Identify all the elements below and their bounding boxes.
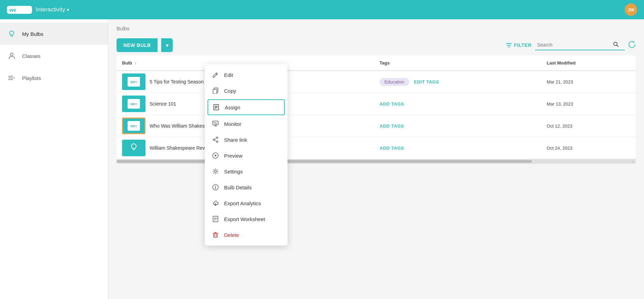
menu-label-assign: Assign bbox=[225, 104, 240, 110]
context-menu: Edit Copy bbox=[205, 64, 288, 246]
search-input[interactable] bbox=[537, 42, 613, 48]
cell-date-4: Oct 24, 2023 bbox=[541, 137, 636, 159]
sidebar-item-playlists[interactable]: Playlists bbox=[0, 67, 108, 89]
avatar[interactable]: JW bbox=[625, 3, 637, 16]
column-tags[interactable]: Tags bbox=[374, 56, 541, 71]
column-last-modified[interactable]: Last Modified bbox=[541, 56, 636, 71]
bulb-icon-4 bbox=[129, 142, 139, 154]
download-cloud-icon bbox=[212, 199, 219, 207]
monitor-icon bbox=[212, 120, 219, 128]
menu-label-bulb-details: Bulb Details bbox=[224, 185, 252, 190]
share-icon bbox=[212, 136, 219, 143]
logo-box: wevideo bbox=[7, 6, 32, 14]
app-name[interactable]: Interactivity ▾ bbox=[36, 6, 69, 13]
refresh-icon bbox=[628, 41, 636, 48]
svg-marker-5 bbox=[14, 77, 15, 79]
topnav-left: wevideo Interactivity ▾ bbox=[7, 6, 69, 14]
column-bulb-label: Bulb bbox=[122, 60, 132, 66]
menu-item-settings[interactable]: Settings bbox=[205, 163, 288, 179]
menu-item-copy[interactable]: Copy bbox=[205, 83, 288, 99]
bulb-title-1: 5 Tips for Testing Season bbox=[150, 79, 204, 84]
table-row: wev 5 Tips for Testing Season Education … bbox=[117, 71, 636, 93]
svg-rect-42 bbox=[214, 233, 217, 237]
menu-label-settings: Settings bbox=[224, 169, 243, 175]
edit-icon bbox=[212, 71, 219, 79]
filter-button[interactable]: FILTER bbox=[506, 42, 532, 48]
sidebar: My Bulbs Classes Playlists bbox=[0, 19, 108, 299]
svg-point-36 bbox=[215, 186, 216, 187]
menu-item-share-link[interactable]: Share link bbox=[205, 132, 288, 148]
menu-label-copy: Copy bbox=[224, 88, 236, 94]
add-tags-button-3[interactable]: ADD TAGS bbox=[380, 123, 404, 129]
svg-line-10 bbox=[617, 45, 618, 47]
horizontal-scrollbar[interactable]: › bbox=[117, 159, 636, 164]
copy-icon bbox=[212, 87, 219, 94]
wv-logo-2: wev bbox=[128, 99, 140, 109]
sort-arrow-bulb: ↑ bbox=[135, 61, 137, 65]
column-last-modified-label: Last Modified bbox=[547, 60, 576, 66]
svg-line-24 bbox=[215, 123, 216, 123]
menu-item-export-analytics[interactable]: Export Analytics bbox=[205, 195, 288, 211]
settings-icon bbox=[212, 168, 219, 175]
app-name-chevron: ▾ bbox=[67, 7, 69, 12]
bulb-title-4: William Shakespeare Review bbox=[150, 145, 212, 151]
menu-item-bulb-details[interactable]: Bulb Details bbox=[205, 179, 288, 195]
new-bulb-button[interactable]: NEW BULB bbox=[117, 38, 158, 52]
sidebar-item-my-bulbs[interactable]: My Bulbs bbox=[0, 23, 108, 45]
main-content: Bulbs NEW BULB ▾ FILTER bbox=[108, 19, 644, 299]
menu-item-preview[interactable]: Preview bbox=[205, 148, 288, 163]
svg-line-30 bbox=[214, 140, 217, 141]
svg-point-26 bbox=[217, 137, 218, 138]
bulb-thumbnail-3: wev bbox=[122, 118, 145, 134]
app-name-label: Interactivity bbox=[36, 6, 65, 13]
logo-we: we bbox=[9, 7, 16, 13]
add-tags-button-2[interactable]: ADD TAGS bbox=[380, 101, 404, 107]
menu-item-monitor[interactable]: Monitor bbox=[205, 116, 288, 132]
top-navigation: wevideo Interactivity ▾ JW bbox=[0, 0, 644, 19]
menu-label-share-link: Share link bbox=[224, 137, 247, 143]
svg-rect-14 bbox=[213, 89, 217, 94]
scroll-thumb bbox=[117, 160, 532, 163]
assign-icon bbox=[212, 103, 220, 111]
edit-tags-button-1[interactable]: EDIT TAGS bbox=[414, 79, 439, 84]
cell-tags-4: ADD TAGS bbox=[374, 137, 541, 159]
sidebar-label-playlists: Playlists bbox=[22, 75, 41, 81]
scroll-right-arrow[interactable]: › bbox=[630, 159, 636, 164]
worksheet-icon bbox=[212, 215, 219, 223]
main-layout: My Bulbs Classes Playlists bbox=[0, 19, 644, 299]
menu-item-export-worksheet[interactable]: Export Worksheet bbox=[205, 211, 288, 227]
toolbar: NEW BULB ▾ FILTER bbox=[108, 35, 644, 56]
menu-label-export-analytics: Export Analytics bbox=[224, 200, 261, 206]
cell-tags-3: ADD TAGS bbox=[374, 115, 541, 137]
menu-label-edit: Edit bbox=[224, 72, 233, 78]
menu-item-assign[interactable]: Assign bbox=[208, 99, 285, 115]
refresh-button[interactable] bbox=[628, 41, 636, 50]
cell-date-2: Mar 13, 2023 bbox=[541, 93, 636, 115]
cell-tags-2: ADD TAGS bbox=[374, 93, 541, 115]
bulb-thumbnail-1: wev bbox=[122, 73, 145, 90]
menu-label-monitor: Monitor bbox=[224, 121, 241, 127]
tag-education: Education bbox=[380, 78, 409, 86]
cell-date-3: Oct 12, 2023 bbox=[541, 115, 636, 137]
menu-label-delete: Delete bbox=[224, 232, 239, 238]
bulb-thumbnail-2: wev bbox=[122, 96, 145, 112]
sidebar-item-classes[interactable]: Classes bbox=[0, 45, 108, 67]
search-icon bbox=[613, 41, 618, 48]
menu-item-edit[interactable]: Edit bbox=[205, 67, 288, 83]
filter-label: FILTER bbox=[514, 42, 532, 48]
delete-icon bbox=[212, 231, 219, 239]
wv-logo-1: wev bbox=[128, 77, 140, 87]
sidebar-label-my-bulbs: My Bulbs bbox=[22, 31, 43, 37]
menu-item-delete[interactable]: Delete bbox=[205, 227, 288, 243]
table-row: wev Who Was William Shakespeare? ADD TAG… bbox=[117, 115, 636, 137]
svg-marker-32 bbox=[215, 155, 217, 157]
svg-point-33 bbox=[214, 170, 217, 172]
wv-logo-3: wev bbox=[128, 121, 140, 131]
new-bulb-dropdown-button[interactable]: ▾ bbox=[161, 38, 173, 52]
bulb-title-2: Science 101 bbox=[150, 101, 176, 107]
cell-tags-1: Education EDIT TAGS bbox=[374, 71, 541, 93]
add-tags-button-4[interactable]: ADD TAGS bbox=[380, 146, 404, 151]
svg-line-12 bbox=[216, 73, 217, 74]
bulb-icon bbox=[7, 29, 17, 39]
wevideo-logo[interactable]: wevideo bbox=[7, 6, 32, 14]
